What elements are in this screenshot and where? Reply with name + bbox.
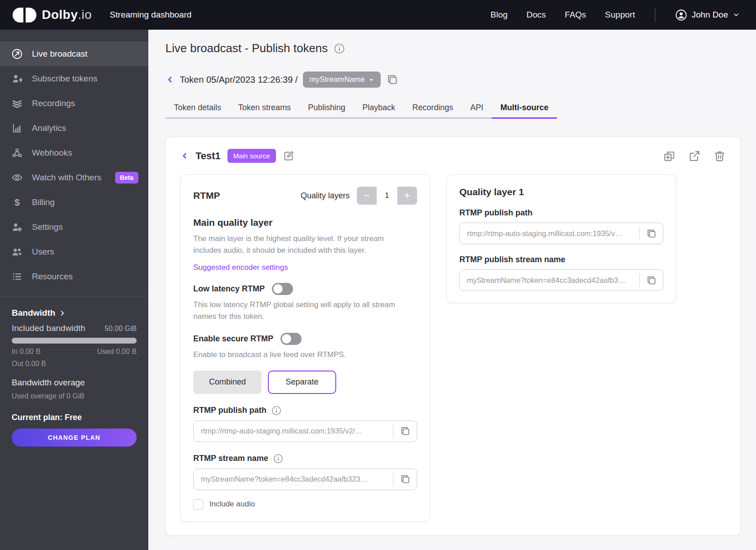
publish-path-info-icon[interactable]: [271, 406, 281, 416]
token-tabs: Token details Token streams Publishing P…: [165, 98, 557, 119]
eye-icon: [11, 172, 23, 183]
copy-ql-publish-path-icon[interactable]: [640, 223, 663, 244]
brand-logo[interactable]: Dolby.io: [13, 8, 92, 22]
layers-icon: [11, 98, 23, 109]
rtmp-card-title: RTMP: [193, 190, 220, 201]
main-quality-layer-title: Main quality layer: [193, 217, 417, 228]
source-name: Test1: [196, 150, 221, 162]
header-nav: Blog Docs FAQs Support John Doe: [490, 8, 740, 22]
rtmp-stream-name-label: RTMP stream name: [193, 454, 268, 463]
person-gear-icon: [11, 221, 23, 233]
broadcast-icon: [11, 48, 23, 60]
rtmp-stream-name-input[interactable]: [194, 475, 393, 483]
page-info-icon[interactable]: [334, 43, 345, 54]
quality-layers-value: 1: [377, 187, 397, 205]
chevron-down-icon: [733, 11, 740, 18]
ql-publish-stream-name-input[interactable]: [460, 276, 639, 285]
secure-rtmp-toggle[interactable]: [280, 333, 302, 345]
include-audio-label: Include audio: [209, 500, 255, 509]
copy-ql-stream-name-icon[interactable]: [640, 270, 663, 291]
suggested-encoder-settings-link[interactable]: Suggested encoder settings: [193, 263, 288, 272]
sidebar-item-webhooks[interactable]: Webhooks: [0, 140, 148, 165]
chevron-right-icon: [59, 310, 66, 317]
copy-publish-path-icon[interactable]: [393, 421, 417, 442]
included-bandwidth-value: 50.00 GiB: [105, 325, 137, 333]
separate-mode-button[interactable]: Separate: [268, 371, 336, 394]
main-source-badge: Main source: [227, 149, 276, 163]
nav-docs[interactable]: Docs: [526, 10, 546, 20]
current-plan-label: Current plan: Free: [12, 413, 137, 422]
dolby-double-d-icon: [13, 8, 36, 22]
beta-badge: Beta: [115, 172, 138, 183]
breadcrumb: Token 05/Apr/2023 12:26:39 / myStreamNam…: [165, 72, 741, 88]
sidebar-item-resources[interactable]: Resources: [0, 264, 148, 289]
rtmp-publish-path-input[interactable]: [194, 427, 393, 435]
include-audio-checkbox[interactable]: [193, 499, 204, 510]
stream-name-info-icon[interactable]: [273, 454, 283, 464]
source-back-icon[interactable]: [180, 152, 189, 160]
copy-stream-name-icon[interactable]: [393, 469, 417, 490]
sidebar: Live broadcast Subscribe tokens Recordin…: [0, 30, 148, 550]
included-bandwidth-label: Included bandwidth: [12, 323, 85, 333]
duplicate-source-icon[interactable]: [663, 150, 676, 162]
ql-publish-path-input[interactable]: [460, 229, 639, 238]
bandwidth-title[interactable]: Bandwidth: [12, 308, 137, 318]
combined-mode-button[interactable]: Combined: [193, 371, 262, 394]
header-divider: [655, 8, 655, 22]
low-latency-label: Low latency RTMP: [193, 284, 265, 294]
user-menu[interactable]: John Doe: [675, 9, 740, 21]
rtmp-publish-path-field: [193, 420, 417, 442]
tab-token-details[interactable]: Token details: [165, 98, 230, 119]
sidebar-item-recordings[interactable]: Recordings: [0, 91, 148, 116]
sidebar-item-analytics[interactable]: Analytics: [0, 116, 148, 140]
quality-layers-decrement-button[interactable]: −: [357, 187, 377, 205]
tab-playback[interactable]: Playback: [354, 98, 404, 119]
nav-support[interactable]: Support: [605, 10, 635, 20]
secure-rtmp-label: Enable secure RTMP: [193, 334, 273, 344]
sidebar-item-billing[interactable]: $ Billing: [0, 190, 148, 215]
tab-token-streams[interactable]: Token streams: [230, 98, 299, 119]
nav-blog[interactable]: Blog: [490, 10, 507, 20]
quality-layer-title: Quality layer 1: [459, 187, 663, 197]
bandwidth-progress-bar: [12, 338, 137, 344]
sidebar-nav: Live broadcast Subscribe tokens Recordin…: [0, 30, 148, 289]
quality-layers-stepper: − 1 +: [357, 187, 417, 205]
bandwidth-panel: Bandwidth Included bandwidth 50.00 GiB I…: [0, 296, 148, 447]
bar-chart-icon: [11, 122, 23, 134]
bandwidth-used-value: Used 0.00 B: [97, 348, 137, 356]
tab-recordings[interactable]: Recordings: [404, 98, 462, 119]
tab-multi-source[interactable]: Multi-source: [492, 98, 557, 119]
main-quality-layer-description: The main layer is the highest quality le…: [193, 233, 400, 256]
ql-publish-path-field: [459, 223, 663, 244]
dollar-icon: $: [11, 197, 23, 208]
quality-layers-label: Quality layers: [301, 191, 350, 201]
multi-source-panel: Test1 Main source: [165, 137, 741, 536]
user-avatar-icon: [675, 9, 687, 21]
sidebar-item-watch-with-others[interactable]: Watch with Others Beta: [0, 165, 148, 190]
low-latency-toggle[interactable]: [272, 283, 293, 295]
change-plan-button[interactable]: CHANGE PLAN: [12, 429, 137, 447]
edit-source-icon[interactable]: [283, 150, 295, 162]
bandwidth-in-value: In 0.00 B: [12, 348, 40, 356]
ql-publish-stream-name-label: RTMP publish stream name: [459, 255, 565, 264]
copy-token-icon[interactable]: [386, 73, 399, 86]
breadcrumb-back-icon[interactable]: [165, 75, 174, 84]
brand-name: Dolby.io: [42, 8, 92, 22]
tab-publishing[interactable]: Publishing: [299, 98, 354, 119]
sidebar-item-settings[interactable]: Settings: [0, 215, 148, 239]
main-content: Live broadcast - Publish tokens Token 05…: [148, 30, 756, 550]
tab-api[interactable]: API: [462, 98, 492, 119]
delete-source-icon[interactable]: [713, 150, 726, 162]
ql-publish-path-label: RTMP publish path: [459, 208, 533, 218]
quality-layers-increment-button[interactable]: +: [397, 187, 417, 205]
nav-faqs[interactable]: FAQs: [565, 10, 587, 20]
open-external-icon[interactable]: [688, 150, 701, 162]
sidebar-item-live-broadcast[interactable]: Live broadcast: [0, 41, 148, 66]
top-header: Dolby.io Streaming dashboard Blog Docs F…: [0, 0, 756, 30]
sidebar-item-subscribe-tokens[interactable]: Subscribe tokens: [0, 66, 148, 91]
users-icon: [11, 246, 23, 258]
rtmp-card: RTMP Quality layers − 1 + Main quality l…: [180, 174, 430, 522]
sidebar-item-users[interactable]: Users: [0, 239, 148, 264]
stream-name-dropdown[interactable]: myStreamName: [303, 72, 381, 88]
breadcrumb-token-label: Token 05/Apr/2023 12:26:39 /: [180, 75, 298, 85]
